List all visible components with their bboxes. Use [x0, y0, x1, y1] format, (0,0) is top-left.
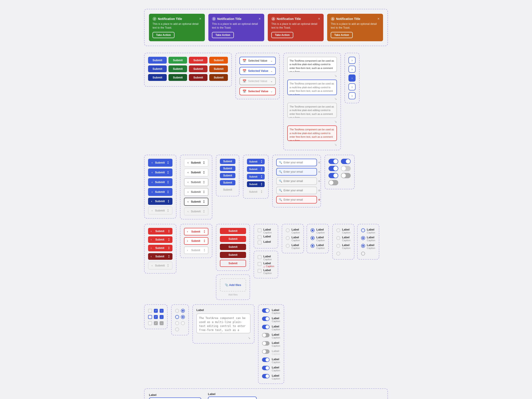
submit-outline-btn-4[interactable]: ‹ Submit ▲▼ — [184, 188, 208, 196]
add-files-btn-4[interactable]: Submit — [220, 252, 246, 258]
small-submit-btn-4[interactable]: Submit — [220, 180, 235, 185]
submit-button-green-darker[interactable]: Submit — [168, 74, 187, 81]
submit-button-orange-darker[interactable]: Submit — [209, 74, 228, 81]
radio-outline-1[interactable] — [336, 228, 340, 232]
email-input-default[interactable] — [284, 161, 317, 164]
submit-stepper-btn-dark[interactable]: Submit ▲▼ — [247, 181, 265, 187]
toast-close-button[interactable]: × — [259, 17, 261, 21]
clear-icon[interactable]: ⊗ — [318, 198, 320, 201]
checkbox-unchecked-1[interactable] — [258, 228, 262, 232]
rc-unchecked-2[interactable] — [175, 327, 179, 331]
toast-action-button[interactable]: Take Action — [152, 32, 174, 38]
submit-red-dark-btn[interactable]: ‹ Submit ▲▼ — [148, 253, 172, 260]
radio-outline-4[interactable] — [336, 252, 340, 256]
input-default[interactable]: 🔍 ⊗ — [276, 159, 317, 166]
labeled-select[interactable]: 📅 Selected Value ▲▼ — [208, 397, 257, 399]
submit-red-icon-btn-1[interactable]: ‹ Submit ▲▼ — [148, 228, 172, 234]
cb-unchecked-1[interactable] — [148, 309, 152, 313]
email-input-error[interactable] — [284, 189, 317, 192]
submit-button-blue-darker[interactable]: Submit — [148, 74, 167, 81]
cb-indeterminate-2[interactable] — [160, 315, 164, 319]
toast-action-button[interactable]: Take Action — [331, 32, 353, 38]
checkbox-unchecked-warn-2[interactable] — [258, 262, 262, 266]
chevron-right-btn-active[interactable]: › — [348, 75, 355, 82]
toggle-label-on-1[interactable] — [262, 308, 270, 313]
submit-outline-btn-3[interactable]: ‹ Submit ▲▼ — [184, 178, 208, 186]
cb-unchecked-2[interactable] — [148, 315, 152, 319]
small-submit-btn-1[interactable]: Submit — [220, 159, 235, 164]
email-input-focused[interactable] — [284, 170, 317, 173]
add-files-btn-3[interactable]: Submit — [220, 244, 246, 250]
submit-button-blue-dark[interactable]: Submit — [148, 65, 167, 72]
submit-outline-btn-dark[interactable]: ‹ Submit ▲▼ — [184, 198, 208, 206]
submit-outline-btn-1[interactable]: ‹ Submit ▲▼ — [184, 159, 208, 167]
textarea-error[interactable]: The TextArea component can be used as a … — [287, 126, 337, 141]
labeled-email-input[interactable]: 🔍 ⊗ — [149, 398, 201, 399]
rc-focused-1[interactable] — [175, 315, 179, 319]
input-error-red[interactable]: 🔍 ⊗ — [276, 196, 317, 203]
clear-icon[interactable]: ⊗ — [318, 170, 320, 173]
clear-icon[interactable]: ⊗ — [318, 189, 320, 192]
radio-unchecked-2[interactable] — [286, 236, 290, 240]
checkbox-unchecked-warn-3[interactable] — [258, 269, 262, 273]
submit-button-red[interactable]: Submit — [189, 57, 208, 64]
submit-outline-btn-2[interactable]: ‹ Submit ▲▼ — [184, 168, 208, 177]
clear-icon[interactable]: ⊗ — [318, 161, 320, 164]
toast-close-button[interactable]: × — [199, 17, 201, 21]
toggle-on-4[interactable] — [329, 173, 338, 178]
submit-red-icon-btn-2[interactable]: ‹ Submit ▲▼ — [148, 236, 172, 243]
radio-unchecked-1[interactable] — [286, 228, 290, 232]
radio-filled-blue-1[interactable] — [361, 228, 365, 232]
submit-red-outline-btn-2[interactable]: ‹ Submit ▲▼ — [184, 237, 208, 245]
toggle-label-on-large-1[interactable] — [262, 358, 270, 362]
submit-button-green-dark[interactable]: Submit — [168, 65, 187, 72]
rc-checked-1[interactable] — [181, 309, 185, 313]
rc-checked-2[interactable] — [181, 315, 185, 319]
toggle-on-1[interactable] — [329, 159, 338, 164]
submit-stepper-btn-1[interactable]: Submit ▲▼ — [247, 159, 265, 165]
email-input-error-red[interactable] — [284, 198, 317, 201]
file-upload-area[interactable]: 📎 Add files — [220, 279, 246, 291]
submit-red-outline-btn-1[interactable]: ‹ Submit ▲▼ — [184, 228, 208, 235]
chevron-right-btn-2[interactable]: › — [348, 66, 355, 73]
cb-indeterminate-1[interactable] — [160, 309, 164, 313]
select-default[interactable]: 📅 Selected Value ⌄ — [239, 57, 276, 65]
radio-checked-3[interactable] — [310, 244, 315, 248]
radio-filled-blue-3[interactable] — [361, 244, 365, 248]
submit-stepper-btn-2[interactable]: Submit ▲▼ — [247, 166, 265, 172]
submit-icon-btn-blue-2[interactable]: ‹ Submit ▲▼ — [148, 168, 172, 177]
radio-checked-1[interactable] — [310, 228, 315, 232]
toggle-label-on-2[interactable] — [262, 317, 270, 321]
radio-outline-3[interactable] — [336, 244, 340, 248]
cb-checked-2[interactable] — [154, 315, 158, 319]
rc-unchecked-1[interactable] — [175, 309, 179, 313]
add-files-btn-2[interactable]: Submit — [220, 236, 246, 242]
submit-stepper-btn-3[interactable]: Submit ▲▼ — [247, 174, 265, 180]
small-submit-btn-3[interactable]: Submit — [220, 173, 235, 178]
submit-button-orange-dark[interactable]: Submit — [209, 65, 228, 72]
submit-button-red-darker[interactable]: Submit — [189, 74, 208, 81]
chevron-right-btn-1[interactable]: › — [348, 57, 355, 64]
toggle-label-off-2[interactable] — [262, 341, 270, 346]
toggle-on-3[interactable] — [329, 166, 338, 171]
textarea-labeled[interactable] — [196, 313, 250, 333]
submit-icon-btn-blue-1[interactable]: ‹ Submit ▲▼ — [148, 159, 172, 167]
add-files-btn-5[interactable]: Submit — [220, 260, 246, 267]
checkbox-unchecked-warn[interactable] — [258, 255, 262, 259]
cb-checked-1[interactable] — [154, 309, 158, 313]
submit-button-red-dark[interactable]: Submit — [189, 65, 208, 72]
select-error[interactable]: 📅 Selected Value ⌄ — [239, 87, 276, 95]
toggle-label-off-1[interactable] — [262, 333, 270, 337]
radio-outline-2[interactable] — [336, 236, 340, 240]
radio-filled-blue-2[interactable] — [361, 236, 365, 240]
chevron-right-btn-3[interactable]: › — [348, 83, 355, 90]
input-focused[interactable]: 🔍 ⊗ — [276, 168, 317, 176]
input-error-gray[interactable]: 🔍 ⊗ — [276, 187, 317, 194]
textarea-default[interactable]: The TextArea component can be used as a … — [287, 57, 337, 72]
toast-close-button[interactable]: × — [378, 17, 380, 21]
chevron-right-btn-4[interactable]: › — [348, 92, 355, 99]
toggle-off-1[interactable] — [341, 166, 351, 171]
submit-red-icon-btn-3[interactable]: ‹ Submit ▲▼ — [148, 245, 172, 251]
submit-icon-btn-blue-3[interactable]: ‹ Submit ▲▼ — [148, 178, 172, 186]
toast-action-button[interactable]: Take Action — [271, 32, 293, 38]
